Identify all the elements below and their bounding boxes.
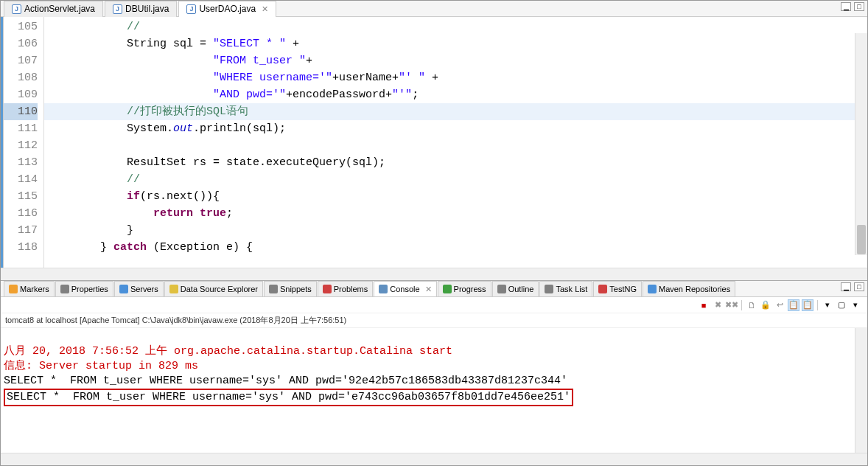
view-tab-servers[interactable]: Servers — [114, 281, 164, 296]
java-file-icon: J — [186, 4, 196, 14]
view-tab-label: Servers — [130, 285, 158, 293]
remove-launch-button[interactable]: ✖ — [712, 299, 724, 311]
maximize-button[interactable]: □ — [854, 2, 864, 11]
view-icon — [169, 285, 178, 293]
new-console-button[interactable]: ▾ — [850, 299, 861, 311]
code-line[interactable]: } catch (Exception e) { — [44, 239, 867, 256]
view-tab-outline[interactable]: Outline — [492, 281, 539, 296]
code-line[interactable]: //打印被执行的SQL语句 — [44, 103, 867, 120]
view-icon — [60, 285, 69, 293]
java-file-icon: J — [12, 4, 21, 14]
code-line[interactable]: // — [44, 18, 867, 35]
close-icon[interactable]: ✕ — [262, 4, 268, 14]
line-number-gutter[interactable]: 1051061071081091101111121131141151161171… — [4, 17, 44, 268]
view-tab-label: Properties — [71, 285, 108, 293]
view-tab-snippets[interactable]: Snippets — [264, 281, 317, 296]
console-output[interactable]: 八月 20, 2018 7:56:52 上午 org.apache.catali… — [1, 328, 867, 453]
code-line[interactable] — [44, 137, 867, 154]
editor-tab[interactable]: JDBUtil.java — [105, 1, 177, 17]
show-console-button[interactable]: 📋 — [802, 299, 813, 311]
view-icon — [119, 285, 128, 293]
editor-pane: JActionServlet.javaJDBUtil.javaJUserDAO.… — [1, 1, 867, 281]
tab-label: ActionServlet.java — [24, 4, 95, 14]
console-toolbar: ■ ✖ ✖✖ 🗋 🔒 ↩ 📋 📋 ▾ ▢ ▾ — [1, 297, 867, 313]
view-tab-label: Task List — [556, 285, 587, 293]
view-icon — [443, 285, 452, 293]
terminate-button[interactable]: ■ — [698, 299, 710, 311]
remove-all-button[interactable]: ✖✖ — [726, 299, 738, 311]
view-tab-console[interactable]: Console✕ — [374, 281, 436, 296]
console-line-highlighted: SELECT * FROM t_user WHERE username='sys… — [4, 389, 573, 406]
view-tab-label: Problems — [334, 285, 368, 293]
open-console-button[interactable]: ▾ — [822, 299, 833, 311]
view-tab-task-list[interactable]: Task List — [539, 281, 592, 296]
view-tab-testng[interactable]: TestNG — [593, 281, 642, 296]
editor-tabbar: JActionServlet.javaJDBUtil.javaJUserDAO.… — [1, 1, 867, 17]
view-tab-label: Outline — [508, 285, 534, 293]
view-icon — [379, 285, 388, 293]
editor-tab[interactable]: JActionServlet.java — [4, 1, 103, 17]
code-line[interactable]: String sql = "SELECT * " + — [44, 35, 867, 52]
view-tab-progress[interactable]: Progress — [438, 281, 491, 296]
tab-label: UserDAO.java — [199, 4, 256, 14]
console-line: 信息: Server startup in 829 ms — [4, 360, 198, 372]
tab-label: DBUtil.java — [125, 4, 169, 14]
console-horizontal-scrollbar[interactable] — [1, 453, 867, 465]
view-icon — [598, 285, 607, 293]
horizontal-scrollbar[interactable] — [1, 268, 867, 280]
code-line[interactable]: if(rs.next()){ — [44, 188, 867, 205]
view-tab-label: TestNG — [609, 285, 637, 293]
code-line[interactable]: ResultSet rs = state.executeQuery(sql); — [44, 154, 867, 171]
bottom-pane: MarkersPropertiesServersData Source Expl… — [1, 281, 867, 465]
clear-console-button[interactable]: 🗋 — [746, 299, 757, 311]
view-icon — [9, 285, 18, 293]
view-tab-data-source-explorer[interactable]: Data Source Explorer — [164, 281, 263, 296]
console-line: SELECT * FROM t_user WHERE username='sys… — [4, 375, 567, 387]
vertical-scrollbar[interactable] — [855, 33, 867, 255]
view-tab-label: Data Source Explorer — [181, 285, 258, 293]
view-tab-label: Console — [390, 285, 419, 293]
view-tab-label: Progress — [454, 285, 486, 293]
word-wrap-button[interactable]: ↩ — [774, 299, 785, 311]
source-code[interactable]: // String sql = "SELECT * " + "FROM t_us… — [44, 17, 867, 268]
view-tab-problems[interactable]: Problems — [318, 281, 373, 296]
code-line[interactable]: System.out.println(sql); — [44, 120, 867, 137]
view-tab-maven-repositories[interactable]: Maven Repositories — [643, 281, 735, 296]
view-icon — [497, 285, 506, 293]
pin-console-button[interactable]: 📋 — [788, 299, 799, 311]
view-tab-label: Markers — [20, 285, 49, 293]
scroll-thumb[interactable] — [857, 225, 866, 254]
java-file-icon: J — [113, 4, 122, 14]
code-area[interactable]: 1051061071081091101111121131141151161171… — [1, 17, 867, 268]
code-line[interactable]: "AND pwd='"+encodePassword+"'"; — [44, 86, 867, 103]
view-icon — [269, 285, 278, 293]
view-tab-label: Snippets — [280, 285, 312, 293]
view-icon — [323, 285, 332, 293]
views-window-controls: ▁ □ — [841, 282, 864, 291]
editor-tab[interactable]: JUserDAO.java✕ — [178, 1, 276, 17]
display-selected-button[interactable]: ▢ — [836, 299, 847, 311]
view-tab-label: Maven Repositories — [659, 285, 730, 293]
views-tabbar: MarkersPropertiesServersData Source Expl… — [1, 281, 867, 297]
view-tab-properties[interactable]: Properties — [55, 281, 113, 296]
view-tab-markers[interactable]: Markers — [4, 281, 55, 296]
close-icon[interactable]: ✕ — [425, 285, 432, 294]
console-line: 八月 20, 2018 7:56:52 上午 org.apache.catali… — [4, 345, 452, 358]
view-icon — [648, 285, 657, 293]
code-line[interactable]: // — [44, 171, 867, 188]
code-line[interactable]: return true; — [44, 205, 867, 222]
code-line[interactable]: "WHERE username='"+userName+"' " + — [44, 69, 867, 86]
console-status: tomcat8 at localhost [Apache Tomcat] C:\… — [1, 313, 867, 328]
console-vertical-scrollbar[interactable] — [855, 328, 867, 453]
scroll-lock-button[interactable]: 🔒 — [760, 299, 771, 311]
views-minimize-button[interactable]: ▁ — [841, 282, 851, 291]
view-icon — [545, 285, 553, 293]
views-maximize-button[interactable]: □ — [854, 282, 864, 291]
editor-window-controls: ▁ □ — [841, 2, 864, 11]
code-line[interactable]: "FROM t_user "+ — [44, 52, 867, 69]
code-line[interactable]: } — [44, 222, 867, 239]
minimize-button[interactable]: ▁ — [841, 2, 851, 11]
